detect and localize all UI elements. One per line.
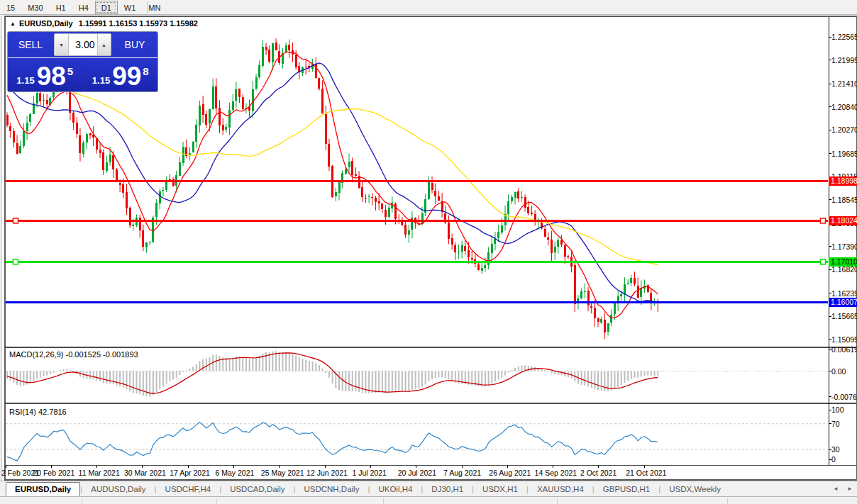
tab-scroll-right-icon[interactable]: ► [847, 486, 853, 492]
buy-price-display[interactable]: 1.15 99 8 [84, 58, 158, 91]
date-tick-20-Jul-2021[interactable]: 20 Jul 2021 [398, 469, 436, 477]
macd-axis--0.00762: -0.00762 [831, 393, 857, 401]
triangle-down-icon: ▼ [59, 43, 64, 47]
sell-price-big-digits: 98 [37, 65, 66, 89]
price-tick-1.20840[interactable]: 1.20840 [831, 103, 857, 111]
price-tick-1.15095[interactable]: 1.15095 [831, 335, 857, 344]
price-tick-1.21410[interactable]: 1.21410 [831, 79, 857, 88]
statusbar-section-separator [383, 498, 384, 504]
volume-decrease-button[interactable]: ▼ [55, 34, 69, 55]
mt4-application: 15M30H1H4D1W1MN ▲EURUSD,Daily1.15991 1.1… [0, 0, 857, 504]
buy-price-pip-digit: 8 [143, 65, 148, 77]
tab-scroll-left-icon[interactable]: ◄ [833, 486, 839, 492]
line-handle[interactable] [13, 259, 18, 264]
buy-button[interactable]: BUY [112, 32, 157, 57]
date-tick-25-May-2021[interactable]: 25 May 2021 [261, 469, 304, 477]
rsi-axis-30: 30 [831, 445, 840, 454]
date-tick-30-Mar-2021[interactable]: 30 Mar 2021 [124, 469, 166, 477]
chart-tab-usdx-weekly[interactable]: USDX,Weekly [660, 483, 729, 495]
line-price-label-1.18998: 1.18998 [829, 177, 857, 186]
volume-input[interactable] [69, 39, 97, 50]
one-click-trading-panel: SELL ▼ ▲ BUY 1.15 98 5 1.15 99 8 [7, 31, 158, 92]
price-tick-1.15665[interactable]: 1.15665 [831, 312, 857, 320]
date-tick-1-Jul-2021[interactable]: 1 Jul 2021 [352, 469, 386, 477]
sell-price-prefix: 1.15 [16, 75, 34, 86]
statusbar-section-separator [727, 498, 728, 504]
chart-expand-icon[interactable]: ▲ [10, 21, 16, 27]
macd-indicator-label: MACD(12,26,9) -0.001525 -0.001893 [9, 350, 138, 359]
chart-tab-usdchf-h4[interactable]: USDCHF,H4 [157, 483, 220, 495]
statusbar-section-separator [557, 498, 558, 504]
sell-price-display[interactable]: 1.15 98 5 [8, 58, 82, 91]
chart-tab-ukoil-h4[interactable]: UKOil,H4 [370, 483, 421, 495]
statusbar-section-separator [216, 498, 217, 504]
chart-tab-bar: EURUSD,Daily|AUDUSD,Daily|USDCHF,H4|USDC… [0, 481, 857, 496]
date-tick-2-Oct-2021[interactable]: 2 Oct 2021 [580, 469, 617, 477]
line-price-label-1.18024: 1.18024 [829, 216, 857, 225]
date-tick-7-Aug-2021[interactable]: 7 Aug 2021 [443, 469, 481, 477]
macd-axis-0.00: 0.00 [831, 367, 846, 376]
rsi-indicator-label: RSI(14) 42.7816 [9, 408, 67, 416]
date-tick-17-Apr-2021[interactable]: 17 Apr 2021 [170, 469, 210, 477]
sell-button[interactable]: SELL [8, 32, 53, 57]
price-tick-1.17390[interactable]: 1.17390 [831, 242, 857, 251]
chart-tab-usdcnh-daily[interactable]: USDCNH,Daily [295, 483, 367, 495]
chart-symbol-label: EURUSD,Daily [19, 19, 73, 28]
statusbar-section-separator [82, 498, 82, 504]
line-price-label-1.16007: 1.16007 [829, 298, 857, 307]
date-tick-21-Oct-2021[interactable]: 21 Oct 2021 [626, 469, 666, 477]
line-handle[interactable] [821, 259, 826, 264]
price-tick-1.16235[interactable]: 1.16235 [831, 289, 857, 298]
buy-price-big-digits: 99 [112, 65, 141, 89]
price-tick-1.20270[interactable]: 1.20270 [831, 125, 857, 134]
line-handle[interactable] [821, 218, 826, 223]
chart-tab-usdcad-daily[interactable]: USDCAD,Daily [221, 483, 293, 495]
volume-increase-button[interactable]: ▲ [97, 34, 111, 55]
sell-price-pip-digit: 5 [67, 65, 73, 77]
chart-tab-usdx-h1[interactable]: USDX,H1 [474, 483, 526, 495]
rsi-axis-0: 0 [831, 455, 836, 464]
price-tick-1.18545[interactable]: 1.18545 [831, 196, 857, 204]
price-tick-1.19685[interactable]: 1.19685 [831, 150, 857, 158]
triangle-up-icon: ▲ [101, 43, 106, 47]
date-tick-20-Feb-2021[interactable]: 20 Feb 2021 [33, 469, 74, 477]
chart-tab-dj30-h1[interactable]: DJ30,H1 [423, 483, 472, 495]
buy-price-prefix: 1.15 [92, 75, 110, 86]
date-tick-6-May-2021[interactable]: 6 May 2021 [216, 469, 255, 477]
date-tick-12-Jun-2021[interactable]: 12 Jun 2021 [306, 469, 348, 477]
chart-title: ▲EURUSD,Daily1.15991 1.16153 1.15973 1.1… [10, 19, 198, 28]
rsi-axis-100: 100 [831, 405, 844, 414]
date-tick-26-Aug-2021[interactable]: 26 Aug 2021 [489, 469, 531, 477]
volume-spinner: ▼ ▲ [54, 33, 111, 56]
status-bar [0, 496, 857, 504]
line-price-label-1.17010: 1.17010 [829, 257, 857, 267]
price-tick-1.21995[interactable]: 1.21995 [831, 56, 857, 65]
chart-tab-audusd-daily[interactable]: AUDUSD,Daily [82, 483, 154, 495]
chart-tab-eurusd-daily[interactable]: EURUSD,Daily [6, 482, 80, 496]
chart-ohlc-values: 1.15991 1.16153 1.15973 1.15982 [79, 19, 198, 28]
rsi-axis-70: 70 [831, 420, 840, 428]
line-handle[interactable] [13, 218, 18, 223]
macd-axis-0.006193: 0.006193 [831, 345, 857, 354]
price-tick-1.16820[interactable]: 1.16820 [831, 265, 857, 274]
price-tick-1.22565[interactable]: 1.22565 [831, 33, 857, 41]
date-tick-11-Mar-2021[interactable]: 11 Mar 2021 [79, 469, 120, 477]
chart-tab-gbpusd-h1[interactable]: GBPUSD,H1 [595, 483, 658, 495]
rsi-line [7, 422, 658, 461]
date-tick-14-Sep-2021[interactable]: 14 Sep 2021 [535, 469, 577, 477]
chart-tab-xauusd-h4[interactable]: XAUUSD,H4 [529, 483, 592, 495]
